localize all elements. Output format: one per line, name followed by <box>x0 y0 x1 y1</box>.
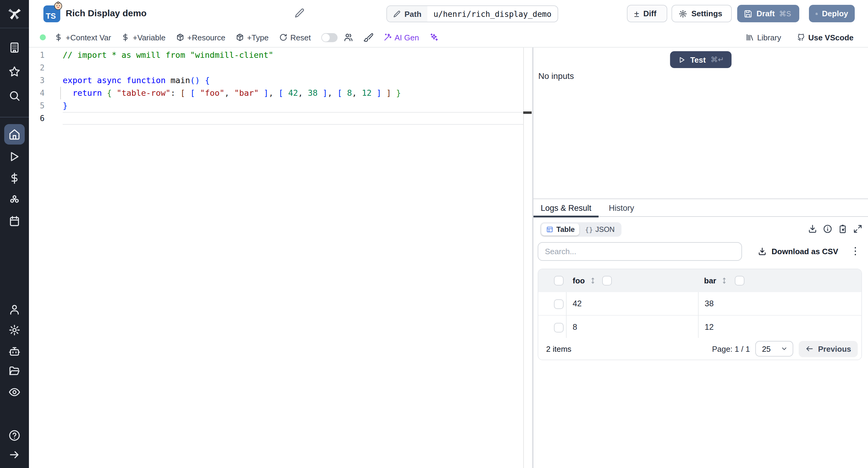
sidebar-item-calendar[interactable] <box>8 215 21 227</box>
add-type-button[interactable]: +Type <box>236 33 269 42</box>
home-icon <box>8 128 21 140</box>
pencil-icon <box>393 10 401 18</box>
ai-gen-button[interactable]: AI Gen <box>383 33 419 42</box>
sidebar-item-play[interactable] <box>8 151 21 163</box>
save-icon <box>815 9 818 18</box>
table-cell: 38 <box>705 299 714 308</box>
checkbox[interactable] <box>554 276 564 286</box>
sidebar-item-user[interactable] <box>8 304 21 315</box>
code-line-1[interactable]: // import * as wmill from "windmill-clie… <box>63 48 273 61</box>
tab-history[interactable]: History <box>598 199 644 217</box>
view-json-option[interactable]: {} JSON <box>580 225 620 234</box>
draft-button[interactable]: Draft ⌘S <box>737 5 799 22</box>
sidebar <box>0 0 29 468</box>
settings-button[interactable]: Settings <box>672 5 732 22</box>
deploy-button[interactable]: Deploy <box>809 5 855 22</box>
checkbox[interactable] <box>554 323 564 332</box>
edit-title-pencil-icon[interactable] <box>294 8 305 19</box>
bot-icon <box>8 345 21 357</box>
checkbox[interactable] <box>554 299 564 309</box>
status-dot <box>40 34 46 40</box>
reset-button[interactable]: Reset <box>279 33 311 42</box>
info-icon[interactable] <box>823 224 832 234</box>
result-table: foobar 4238812 2 items Page: 1 / 1 25 Pr… <box>538 269 862 360</box>
path-value[interactable]: u/henri/rich_display_demo <box>427 6 557 22</box>
package-icon <box>176 33 184 41</box>
column-divider <box>566 292 567 339</box>
dollar-icon <box>8 172 21 184</box>
overview-cursor-mark <box>523 111 532 114</box>
table-cell: 12 <box>705 323 714 332</box>
sidebar-item-home-active[interactable] <box>4 124 25 144</box>
table-row[interactable]: 812 <box>538 315 861 339</box>
tab-logs-result[interactable]: Logs & Result <box>533 199 598 217</box>
add-resource-button[interactable]: +Resource <box>176 33 225 42</box>
code-editor[interactable]: 123456 // import * as wmill from "windmi… <box>29 47 532 468</box>
sidebar-item-star[interactable] <box>8 65 21 77</box>
view-toggle: Table {} JSON <box>540 222 621 237</box>
items-count: 2 items <box>546 344 571 353</box>
play-icon <box>678 56 685 64</box>
add-variable-button[interactable]: +Variable <box>121 33 166 42</box>
braces-icon: {} <box>585 226 593 233</box>
path-field[interactable]: Path u/henri/rich_display_demo <box>386 5 558 22</box>
view-table-option[interactable]: Table <box>541 224 580 235</box>
sort-icon[interactable] <box>589 277 597 285</box>
previous-page-button[interactable]: Previous <box>799 341 858 357</box>
download-csv-button[interactable]: Download as CSV <box>758 242 838 261</box>
more-options-icon[interactable] <box>849 244 861 258</box>
checkbox[interactable] <box>602 276 612 286</box>
search-input[interactable] <box>538 242 742 261</box>
sparkles-icon[interactable] <box>429 33 439 42</box>
users-icon[interactable] <box>343 33 353 42</box>
gear-icon <box>679 9 687 18</box>
sidebar-item-boxes[interactable] <box>8 194 21 206</box>
dollar-icon <box>121 33 130 41</box>
refresh-icon <box>279 33 287 41</box>
user-icon <box>8 304 21 315</box>
editor-toolbar: +Context Var +Variable +Resource +Type R… <box>29 28 868 47</box>
library-button[interactable]: Library <box>746 33 781 42</box>
clipboard-icon[interactable] <box>838 224 847 234</box>
code-line-5[interactable]: } <box>63 99 67 112</box>
line-number: 5 <box>29 99 44 112</box>
star-icon <box>8 65 21 77</box>
column-header-bar[interactable]: bar <box>704 276 716 285</box>
no-inputs-label: No inputs <box>538 71 574 81</box>
sidebar-item-folder[interactable] <box>8 365 21 377</box>
indent-guide <box>60 87 61 99</box>
add-context-var-button[interactable]: +Context Var <box>54 33 111 42</box>
sidebar-item-eye[interactable] <box>8 386 21 398</box>
table-row[interactable]: 4238 <box>538 292 861 315</box>
diff-button[interactable]: ± Diff <box>627 5 667 22</box>
expand-icon[interactable] <box>853 224 863 234</box>
sidebar-item-search[interactable] <box>8 90 21 102</box>
use-vscode-button[interactable]: Use VScode <box>797 33 854 42</box>
sidebar-item-help[interactable] <box>8 430 21 441</box>
code-line-3[interactable]: export async function main() { <box>63 74 210 87</box>
arrow-right-icon <box>8 449 21 461</box>
sidebar-item-dollar[interactable] <box>8 172 21 184</box>
sidebar-item-building[interactable] <box>8 41 21 54</box>
line-number: 3 <box>29 74 44 87</box>
test-button[interactable]: Test ⌘↵ <box>670 51 732 68</box>
sort-icon[interactable] <box>720 277 728 285</box>
code-line-4[interactable]: return { "table-row": [ [ "foo", "bar" ]… <box>63 87 401 99</box>
test-shortcut: ⌘↵ <box>711 56 724 64</box>
sidebar-item-arrow-right[interactable] <box>8 449 21 461</box>
sidebar-item-bot[interactable] <box>8 345 21 357</box>
overview-ruler <box>523 47 524 468</box>
line-number: 1 <box>29 48 44 61</box>
page-size-select[interactable]: 25 <box>755 341 793 357</box>
download-icon[interactable] <box>808 224 817 234</box>
column-divider <box>698 292 699 339</box>
column-header-foo[interactable]: foo <box>572 276 585 285</box>
play-icon <box>8 151 21 163</box>
brush-icon[interactable] <box>363 33 373 42</box>
line-number: 2 <box>29 61 44 74</box>
table-icon <box>546 226 553 233</box>
windmill-logo[interactable] <box>7 5 22 21</box>
checkbox[interactable] <box>735 276 744 286</box>
diff-mode-toggle[interactable] <box>321 33 337 42</box>
sidebar-item-gear[interactable] <box>8 324 21 336</box>
